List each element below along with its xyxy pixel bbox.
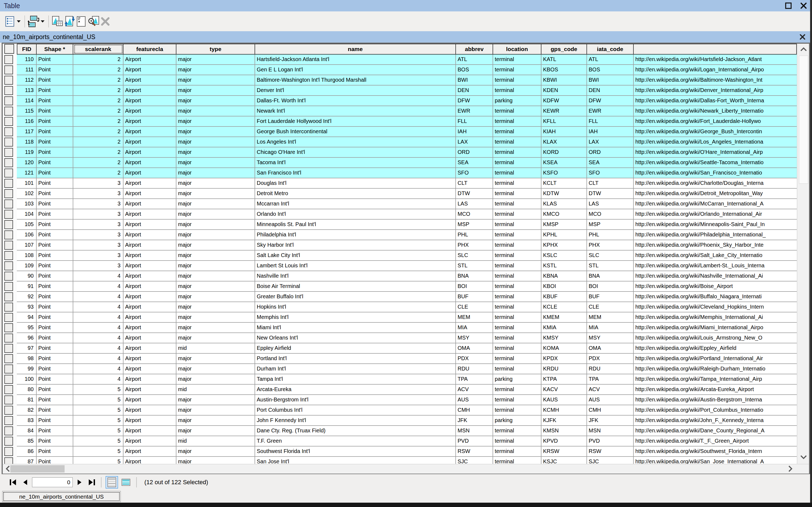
table-row[interactable]: 120Point2AirportmajorTacoma Int'lSEAterm… xyxy=(3,158,797,168)
cell-iata_code[interactable]: IAH xyxy=(587,127,634,137)
show-selected-records-button[interactable] xyxy=(120,476,132,489)
cell-location[interactable]: terminal xyxy=(493,395,541,405)
cell-shape[interactable]: Point xyxy=(37,106,73,116)
cell-abbrev[interactable]: CLT xyxy=(456,178,493,189)
cell-gps_code[interactable]: KSLC xyxy=(541,250,587,261)
cell-featurecla[interactable]: Airport xyxy=(123,405,176,415)
cell-scalerank[interactable]: 4 xyxy=(73,313,123,323)
cell-type[interactable]: major xyxy=(176,137,255,148)
cell-abbrev[interactable]: SFO xyxy=(456,168,493,178)
cell-type[interactable]: major xyxy=(176,364,255,374)
horizontal-scroll-thumb[interactable] xyxy=(10,465,65,472)
cell-url[interactable]: http://en.wikipedia.org/wiki/Raleigh-Dur… xyxy=(634,364,797,374)
cell-featurecla[interactable]: Airport xyxy=(123,96,176,106)
cell-iata_code[interactable]: MSP xyxy=(587,220,634,230)
cell-iata_code[interactable]: BUF xyxy=(587,292,634,302)
cell-location[interactable]: terminal xyxy=(493,158,541,168)
cell-iata_code[interactable]: PHX xyxy=(587,240,634,250)
table-row[interactable]: 105Point3AirportmajorMinneapolis St. Pau… xyxy=(3,220,797,230)
cell-type[interactable]: major xyxy=(176,209,255,220)
cell-name[interactable]: Dane Cty. Reg. (Truax Field) xyxy=(255,426,456,436)
show-all-records-button[interactable] xyxy=(106,476,118,489)
cell-featurecla[interactable]: Airport xyxy=(123,116,176,127)
table-row[interactable]: 98Point4AirportmajorPortland Int'lPDXter… xyxy=(3,354,797,364)
cell-gps_code[interactable]: KBOS xyxy=(541,65,587,75)
cell-gps_code[interactable]: KCLT xyxy=(541,178,587,189)
cell-gps_code[interactable]: KPHL xyxy=(541,230,587,240)
cell-gps_code[interactable]: KCLE xyxy=(541,302,587,313)
cell-shape[interactable]: Point xyxy=(37,457,73,464)
cell-name[interactable]: Port Columbus Int'l xyxy=(255,405,456,415)
cell-iata_code[interactable]: BNA xyxy=(587,271,634,281)
cell-shape[interactable]: Point xyxy=(37,209,73,220)
cell-name[interactable]: Sky Harbor Int'l xyxy=(255,240,456,250)
cell-location[interactable]: terminal xyxy=(493,323,541,333)
cell-fid[interactable]: 121 xyxy=(17,168,37,178)
cell-shape[interactable]: Point xyxy=(37,385,73,395)
cell-name[interactable]: Nashville Int'l xyxy=(255,271,456,281)
cell-name[interactable]: Chicago O'Hare Int'l xyxy=(255,148,456,158)
table-row[interactable]: 82Point5AirportmajorPort Columbus Int'lC… xyxy=(3,405,797,415)
cell-location[interactable]: terminal xyxy=(493,199,541,209)
table-row[interactable]: 95Point4AirportmajorMiami Int'lMIAtermin… xyxy=(3,323,797,333)
table-options-dropdown-icon[interactable] xyxy=(16,15,22,28)
cell-gps_code[interactable]: KACV xyxy=(541,385,587,395)
cell-fid[interactable]: 105 xyxy=(17,220,37,230)
cell-scalerank[interactable]: 4 xyxy=(73,343,123,354)
cell-gps_code[interactable]: KCMH xyxy=(541,405,587,415)
cell-scalerank[interactable]: 5 xyxy=(73,426,123,436)
cell-shape[interactable]: Point xyxy=(37,199,73,209)
cell-shape[interactable]: Point xyxy=(37,158,73,168)
cell-gps_code[interactable]: KMSN xyxy=(541,426,587,436)
row-selector[interactable] xyxy=(3,137,17,148)
maximize-button[interactable] xyxy=(784,2,793,10)
cell-type[interactable]: major xyxy=(176,281,255,292)
cell-abbrev[interactable]: DFW xyxy=(456,96,493,106)
cell-abbrev[interactable]: SJC xyxy=(456,457,493,464)
next-record-button[interactable] xyxy=(74,476,86,488)
table-row[interactable]: 90Point4AirportmajorNashville Int'lBNAte… xyxy=(3,271,797,281)
cell-iata_code[interactable]: ACV xyxy=(587,385,634,395)
cell-abbrev[interactable]: IAH xyxy=(456,127,493,137)
row-selector[interactable] xyxy=(3,199,17,209)
row-selector[interactable] xyxy=(3,178,17,189)
cell-url[interactable]: http://en.wikipedia.org/wiki/Boise_Airpo… xyxy=(634,281,797,292)
table-row[interactable]: 118Point2AirportmajorLos Angeles Int'lLA… xyxy=(3,137,797,148)
cell-shape[interactable]: Point xyxy=(37,271,73,281)
cell-featurecla[interactable]: Airport xyxy=(123,168,176,178)
cell-url[interactable]: http://en.wikipedia.org/wiki/Southwest_F… xyxy=(634,446,797,457)
cell-abbrev[interactable]: TPA xyxy=(456,374,493,385)
table-row[interactable]: 108Point3AirportmajorSalt Lake City Int'… xyxy=(3,250,797,261)
cell-scalerank[interactable]: 3 xyxy=(73,178,123,189)
cell-url[interactable]: http://en.wikipedia.org/wiki/George_Bush… xyxy=(634,127,797,137)
cell-location[interactable]: terminal xyxy=(493,364,541,374)
row-selector[interactable] xyxy=(3,209,17,220)
cell-shape[interactable]: Point xyxy=(37,96,73,106)
cell-featurecla[interactable]: Airport xyxy=(123,261,176,271)
clear-selection-icon[interactable] xyxy=(75,15,88,28)
cell-scalerank[interactable]: 2 xyxy=(73,148,123,158)
cell-abbrev[interactable]: CLE xyxy=(456,302,493,313)
cell-name[interactable]: Boise Air Terminal xyxy=(255,281,456,292)
cell-iata_code[interactable]: BOI xyxy=(587,281,634,292)
cell-gps_code[interactable]: KLAS xyxy=(541,199,587,209)
cell-featurecla[interactable]: Airport xyxy=(123,385,176,395)
tab-close-icon[interactable] xyxy=(799,33,807,41)
cell-name[interactable]: Greater Buffalo Int'l xyxy=(255,292,456,302)
table-row[interactable]: 107Point3AirportmajorSky Harbor Int'lPHX… xyxy=(3,240,797,250)
cell-type[interactable]: major xyxy=(176,250,255,261)
cell-abbrev[interactable]: SEA xyxy=(456,158,493,168)
cell-iata_code[interactable]: CLE xyxy=(587,302,634,313)
cell-name[interactable]: New Orleans Int'l xyxy=(255,333,456,343)
table-row[interactable]: 116Point2AirportmajorFort Lauderdale Hol… xyxy=(3,116,797,127)
cell-gps_code[interactable]: KPDX xyxy=(541,354,587,364)
cell-abbrev[interactable]: DTW xyxy=(456,189,493,199)
table-row[interactable]: 81Point5AirportmajorAustin-Bergstrom Int… xyxy=(3,395,797,405)
cell-shape[interactable]: Point xyxy=(37,364,73,374)
table-row[interactable]: 80Point5AirportmidArcata-EurekaACVtermin… xyxy=(3,385,797,395)
cell-name[interactable]: Arcata-Eureka xyxy=(255,385,456,395)
cell-gps_code[interactable]: KDTW xyxy=(541,189,587,199)
cell-abbrev[interactable]: MCO xyxy=(456,209,493,220)
cell-gps_code[interactable]: KSFO xyxy=(541,168,587,178)
cell-shape[interactable]: Point xyxy=(37,436,73,446)
